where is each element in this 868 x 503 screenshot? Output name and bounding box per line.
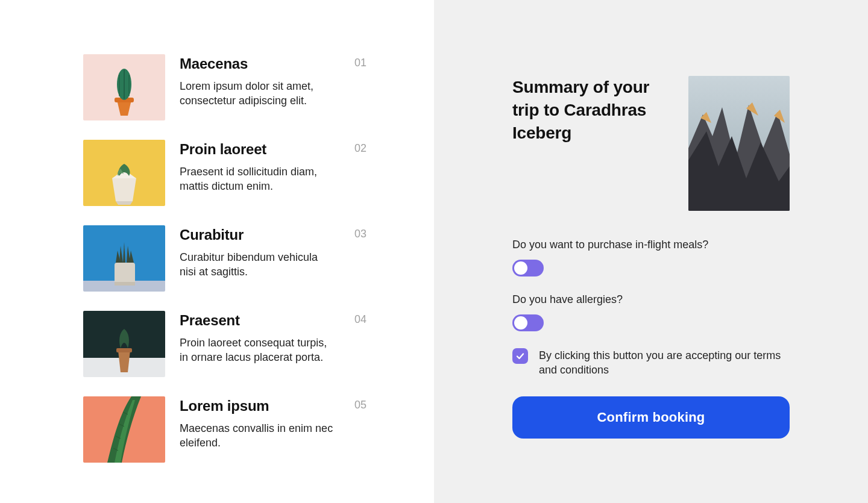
list-item: Proin laoreet Praesent id sollicitudin d… xyxy=(83,140,368,206)
check-icon xyxy=(515,351,525,361)
item-number: 02 xyxy=(354,140,366,155)
booking-summary-panel: Summary of your trip to Caradhras Iceber… xyxy=(434,0,868,503)
meals-toggle[interactable] xyxy=(512,260,544,276)
terms-text: By clicking this button you are acceptin… xyxy=(539,348,790,377)
svg-marker-7 xyxy=(112,178,136,201)
item-description: Proin laoreet consequat turpis, in ornar… xyxy=(180,336,336,365)
item-title: Maecenas xyxy=(180,55,336,73)
item-description: Lorem ipsum dolor sit amet, consectetur … xyxy=(180,79,336,108)
list-item: Maecenas Lorem ipsum dolor sit amet, con… xyxy=(83,54,368,120)
item-description: Praesent id sollicitudin diam, mattis di… xyxy=(180,164,336,194)
item-title: Lorem ipsum xyxy=(180,398,336,415)
item-number: 03 xyxy=(354,225,366,240)
item-thumbnail xyxy=(83,311,165,377)
list-item: Praesent Proin laoreet consequat turpis,… xyxy=(83,311,368,377)
item-body: Lorem ipsum Maecenas convallis in enim n… xyxy=(180,396,336,450)
svg-rect-16 xyxy=(116,348,132,352)
terms-row: By clicking this button you are acceptin… xyxy=(512,348,790,377)
toggle-knob xyxy=(514,261,527,275)
item-body: Curabitur Curabitur bibendum vehicula ni… xyxy=(180,225,336,279)
item-thumbnail xyxy=(83,396,165,463)
item-body: Proin laoreet Praesent id sollicitudin d… xyxy=(180,140,336,193)
terms-checkbox[interactable] xyxy=(512,348,528,364)
summary-image xyxy=(688,76,790,211)
item-body: Praesent Proin laoreet consequat turpis,… xyxy=(180,311,336,364)
item-title: Proin laoreet xyxy=(180,141,336,158)
items-list-panel: Maecenas Lorem ipsum dolor sit amet, con… xyxy=(0,0,434,503)
allergies-toggle[interactable] xyxy=(512,314,544,331)
svg-rect-13 xyxy=(115,282,135,286)
meals-question-label: Do you want to purchase in-flight meals? xyxy=(512,239,790,251)
summary-title: Summary of your trip to Caradhras Iceber… xyxy=(512,76,671,144)
item-description: Curabitur bibendum vehicula nisi at sagi… xyxy=(180,250,336,280)
item-number: 04 xyxy=(354,311,366,326)
item-thumbnail xyxy=(83,225,165,292)
svg-marker-9 xyxy=(116,201,133,205)
confirm-booking-button[interactable]: Confirm booking xyxy=(512,396,790,439)
list-item: Curabitur Curabitur bibendum vehicula ni… xyxy=(83,225,368,292)
item-title: Curabitur xyxy=(180,227,336,244)
toggle-knob xyxy=(514,316,527,330)
item-number: 05 xyxy=(354,396,366,411)
item-number: 01 xyxy=(354,54,366,69)
item-body: Maecenas Lorem ipsum dolor sit amet, con… xyxy=(180,54,336,108)
allergies-question-block: Do you have allergies? xyxy=(512,293,790,331)
list-item: Lorem ipsum Maecenas convallis in enim n… xyxy=(83,396,368,463)
item-title: Praesent xyxy=(180,312,336,330)
items-list: Maecenas Lorem ipsum dolor sit amet, con… xyxy=(83,54,368,463)
item-thumbnail xyxy=(83,140,165,206)
summary-header: Summary of your trip to Caradhras Iceber… xyxy=(512,76,790,211)
item-thumbnail xyxy=(83,54,165,120)
allergies-question-label: Do you have allergies? xyxy=(512,293,790,306)
item-description: Maecenas convallis in enim nec eleifend. xyxy=(180,421,336,451)
meals-question-block: Do you want to purchase in-flight meals? xyxy=(512,239,790,276)
